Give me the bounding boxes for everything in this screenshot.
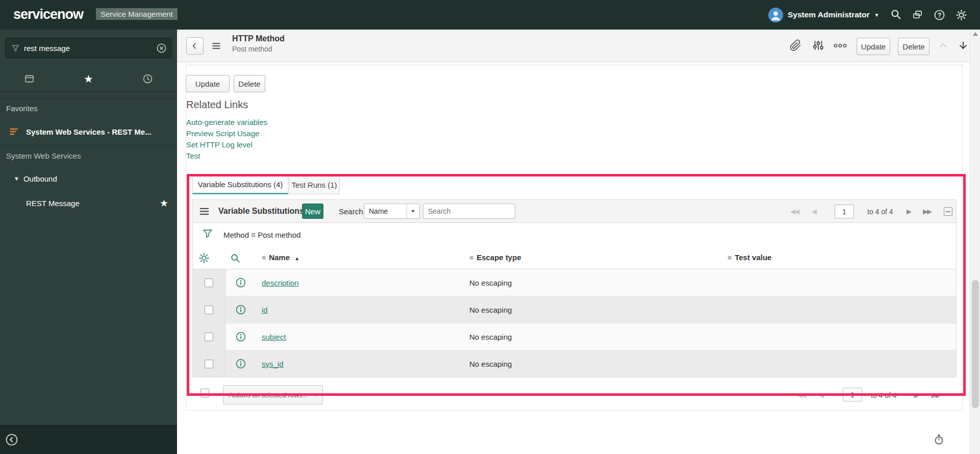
first-page-button[interactable]: ◀◀ [790, 208, 798, 215]
list-context-menu-icon[interactable] [198, 206, 210, 217]
column-header-test-value[interactable]: ≡Test value [727, 253, 771, 262]
conversations-icon[interactable] [912, 9, 923, 21]
column-search-icon[interactable] [231, 254, 240, 263]
record-link[interactable]: subject [262, 333, 286, 341]
collapse-list-icon[interactable] [944, 207, 952, 216]
record-name: Post method [232, 45, 285, 53]
collapse-navigator-icon[interactable] [5, 433, 18, 446]
table-row: id No escaping [193, 296, 956, 323]
column-menu-icon: ≡ [262, 254, 266, 262]
list-column-headers: ≡Name ▲ ≡Escape type ≡Test value [193, 247, 956, 269]
escape-type-cell: No escaping [463, 296, 721, 323]
escape-type-cell: No escaping [463, 323, 721, 350]
application-label: System Web Services [6, 152, 81, 160]
last-page-button[interactable]: ▶▶ [932, 391, 940, 399]
actions-on-rows-select[interactable]: Actions on selected rows... ▼ [223, 385, 323, 405]
related-links-title: Related Links [186, 99, 248, 111]
gear-icon[interactable] [956, 9, 967, 21]
tab-favorites[interactable]: ★ [59, 66, 118, 91]
tab-label: Variable Substitutions (4) [198, 180, 283, 189]
record-info-icon[interactable] [236, 332, 246, 342]
help-icon[interactable] [934, 9, 945, 21]
delete-button[interactable]: Delete [898, 38, 929, 55]
star-icon: ★ [84, 73, 93, 85]
sort-ascending-icon: ▲ [294, 256, 299, 261]
tab-all-applications[interactable] [0, 66, 59, 91]
response-time-stopwatch-icon[interactable] [933, 434, 945, 445]
servicenow-logo[interactable]: servicenow [13, 7, 83, 22]
first-page-button[interactable]: ◀◀ [797, 391, 806, 399]
field-divider [186, 65, 963, 65]
favorite-star-icon[interactable]: ★ [160, 197, 168, 209]
attachment-icon[interactable] [790, 39, 802, 52]
record-link[interactable]: sys_id [262, 360, 284, 368]
test-value-cell [721, 350, 956, 377]
vertical-scrollbar[interactable] [970, 30, 980, 454]
record-link[interactable]: id [262, 306, 268, 314]
personalize-list-gear-icon[interactable] [198, 253, 210, 264]
record-info-icon[interactable] [236, 278, 246, 288]
related-link-test[interactable]: Test [186, 152, 200, 160]
tab-variable-substitutions[interactable]: Variable Substitutions (4) [192, 175, 288, 194]
column-header-escape-type[interactable]: ≡Escape type [469, 253, 521, 262]
row-checkbox[interactable] [205, 279, 213, 287]
record-info-icon[interactable] [236, 305, 246, 315]
previous-record-icon[interactable] [938, 40, 949, 52]
global-search-icon[interactable] [891, 9, 901, 20]
outbound-group[interactable]: ▼ Outbound [0, 167, 177, 190]
clear-search-icon[interactable] [156, 43, 167, 54]
page-number-input[interactable] [843, 388, 862, 401]
related-link-set-http-log[interactable]: Set HTTP Log level [186, 140, 253, 149]
page-number-input[interactable] [835, 205, 854, 218]
next-record-icon[interactable] [957, 40, 969, 52]
filter-funnel-icon [11, 44, 20, 53]
more-options-icon[interactable]: ooo [834, 41, 847, 49]
filter-funnel-icon[interactable] [202, 228, 213, 239]
update-button[interactable]: Update [857, 38, 890, 55]
record-type: HTTP Method [232, 34, 285, 43]
form-context-menu-icon[interactable] [210, 41, 222, 51]
tab-test-runs[interactable]: Test Runs (1) [289, 175, 340, 194]
filter-breadcrumb[interactable]: Method = Post method [223, 231, 300, 239]
form-toolbar: HTTP Method Post method ooo Update Delet… [177, 30, 970, 62]
list-search-input[interactable] [423, 204, 515, 219]
search-label: Search [339, 207, 363, 216]
favorites-label: Favorites [6, 104, 38, 113]
record-info-icon[interactable] [236, 359, 246, 369]
user-menu[interactable]: System Administrator ▼ [768, 7, 879, 22]
new-button[interactable]: New [302, 204, 323, 219]
next-page-button[interactable]: ▶ [914, 391, 918, 399]
form-update-button[interactable]: Update [186, 75, 230, 92]
previous-page-button[interactable]: ◀ [812, 208, 816, 215]
next-page-button[interactable]: ▶ [907, 208, 911, 215]
previous-page-button[interactable]: ◀ [819, 391, 823, 399]
column-label: Name [269, 253, 290, 262]
form-content: Update Delete Related Links Auto-generat… [177, 62, 970, 454]
last-page-button[interactable]: ▶▶ [923, 208, 931, 215]
back-button[interactable] [186, 37, 204, 55]
scrollbar-thumb[interactable] [972, 280, 979, 408]
personalize-form-icon[interactable] [812, 39, 824, 52]
tab-history[interactable] [118, 66, 177, 91]
select-all-checkbox[interactable] [200, 389, 209, 397]
related-link-auto-generate[interactable]: Auto-generate variables [186, 118, 267, 127]
row-checkbox[interactable] [205, 306, 213, 314]
form-delete-button[interactable]: Delete [234, 75, 265, 92]
navigator-search-input[interactable] [20, 44, 156, 53]
module-rest-message[interactable]: REST Message ★ [0, 191, 177, 215]
rest-message-label: REST Message [26, 199, 80, 208]
record-link[interactable]: description [262, 279, 299, 287]
outbound-label: Outbound [23, 174, 57, 183]
applications-icon [24, 73, 35, 84]
checkbox-cell [193, 323, 225, 350]
favorite-item-rest-message[interactable]: System Web Services - REST Me... [0, 119, 177, 144]
favorite-item-label: System Web Services - REST Me... [26, 128, 152, 136]
column-header-name[interactable]: ≡Name ▲ [262, 253, 299, 262]
search-column-select[interactable]: Name ▼ [364, 204, 420, 219]
related-link-preview-script[interactable]: Preview Script Usage [186, 129, 259, 138]
row-checkbox[interactable] [205, 360, 213, 368]
info-cell [225, 269, 256, 296]
scroll-up-arrow[interactable] [973, 32, 978, 36]
checkbox-cell [193, 350, 225, 377]
row-checkbox[interactable] [205, 333, 213, 341]
